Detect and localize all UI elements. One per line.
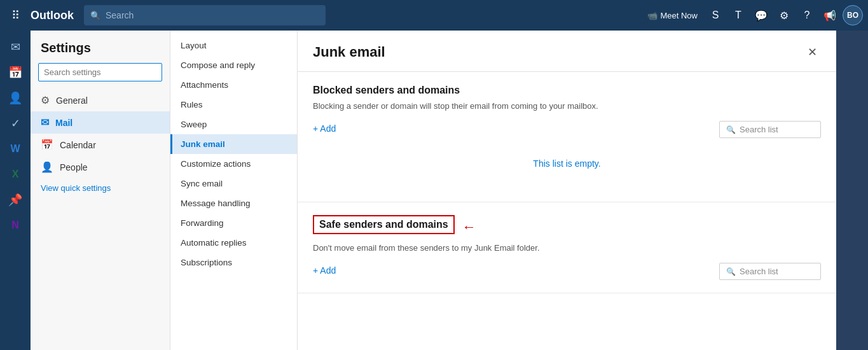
skype-button[interactable]: S — [705, 5, 726, 25]
feedback-button[interactable]: 📢 — [820, 5, 840, 25]
safe-senders-section: Safe senders and domains ← Don't move em… — [298, 202, 836, 293]
safe-senders-title: Safe senders and domains — [313, 215, 455, 234]
blocked-senders-section: Blocked senders and domains Blocking a s… — [298, 72, 836, 202]
junk-email-modal: Junk email ✕ Blocked senders and domains… — [298, 31, 836, 350]
search-bar[interactable]: 🔍 — [84, 5, 326, 25]
settings-panel: Settings ⚙ General ✉ Mail 📅 Calendar 👤 P… — [31, 31, 170, 350]
help-button[interactable]: ? — [797, 5, 817, 25]
view-quick-settings-link[interactable]: View quick settings — [31, 178, 170, 198]
rail-pin-icon[interactable]: 📌 — [4, 188, 27, 211]
junk-modal-header: Junk email ✕ — [298, 31, 836, 72]
rail-word-icon[interactable]: W — [4, 137, 27, 160]
meet-now-button[interactable]: 📹 Meet Now — [642, 8, 703, 23]
subnav-message-handling[interactable]: Message handling — [170, 193, 297, 213]
settings-button[interactable]: ⚙ — [774, 5, 794, 25]
settings-nav-calendar[interactable]: 📅 Calendar — [31, 134, 170, 156]
safe-senders-actions: + Add 🔍 — [313, 263, 821, 280]
main-layout: ✉ 📅 👤 ✓ W X 📌 N Settings ⚙ General ✉ Mai… — [0, 31, 868, 350]
safe-senders-top-row: Safe senders and domains ← — [313, 215, 821, 239]
rail-check-icon[interactable]: ✓ — [4, 112, 27, 135]
safe-senders-title-row: Safe senders and domains ← — [313, 215, 476, 239]
calendar-icon: 📅 — [41, 139, 53, 151]
safe-search-list-box[interactable]: 🔍 — [719, 263, 821, 280]
rail-onenote-icon[interactable]: N — [4, 214, 27, 237]
blocked-senders-desc: Blocking a sender or domain will stop th… — [313, 101, 821, 111]
icon-rail: ✉ 📅 👤 ✓ W X 📌 N — [0, 31, 31, 350]
settings-nav-calendar-label: Calendar — [60, 140, 96, 150]
settings-nav-general-label: General — [56, 95, 88, 106]
subnav-compose[interactable]: Compose and reply — [170, 55, 297, 75]
mail-subnav: Layout Compose and reply Attachments Rul… — [170, 31, 298, 350]
junk-modal-close-button[interactable]: ✕ — [803, 43, 821, 61]
blocked-search-icon: 🔍 — [726, 125, 736, 134]
teams-button[interactable]: T — [728, 5, 748, 25]
rail-excel-icon[interactable]: X — [4, 163, 27, 186]
subnav-junk[interactable]: Junk email — [170, 134, 297, 154]
blocked-senders-title: Blocked senders and domains — [313, 85, 821, 96]
blocked-empty-message: This list is empty. — [313, 138, 821, 189]
rail-people-icon[interactable]: 👤 — [4, 87, 27, 109]
junk-modal-title: Junk email — [313, 44, 385, 60]
mail-icon: ✉ — [41, 116, 49, 129]
safe-add-button[interactable]: + Add — [313, 263, 336, 278]
subnav-customize[interactable]: Customize actions — [170, 154, 297, 174]
blocked-search-input[interactable] — [740, 125, 809, 134]
blocked-senders-actions: + Add 🔍 — [313, 121, 821, 138]
subnav-attachments[interactable]: Attachments — [170, 75, 297, 95]
safe-search-input[interactable] — [740, 267, 809, 276]
topbar: ⠿ Outlook 🔍 📹 Meet Now S T 💬 ⚙ ? 📢 BO — [0, 0, 868, 31]
settings-title: Settings — [31, 41, 170, 63]
chat-button[interactable]: 💬 — [751, 5, 771, 25]
rail-mail-icon[interactable]: ✉ — [4, 36, 27, 59]
subnav-sync[interactable]: Sync email — [170, 174, 297, 193]
avatar[interactable]: BO — [843, 5, 863, 25]
subnav-forwarding[interactable]: Forwarding — [170, 213, 297, 233]
rail-calendar-icon[interactable]: 📅 — [4, 61, 27, 84]
search-input[interactable] — [106, 10, 319, 20]
general-icon: ⚙ — [41, 94, 50, 106]
settings-nav-mail-label: Mail — [55, 118, 72, 128]
meet-now-label: Meet Now — [660, 11, 698, 20]
blocked-search-list-box[interactable]: 🔍 — [719, 121, 821, 138]
subnav-rules[interactable]: Rules — [170, 95, 297, 115]
safe-senders-desc: Don't move email from these senders to m… — [313, 243, 821, 253]
subnav-subscriptions[interactable]: Subscriptions — [170, 253, 297, 272]
safe-search-icon: 🔍 — [726, 267, 736, 276]
settings-nav-people-label: People — [60, 162, 88, 172]
blocked-add-button[interactable]: + Add — [313, 121, 336, 136]
content-area: Junk email ✕ Blocked senders and domains… — [298, 31, 836, 350]
subnav-layout[interactable]: Layout — [170, 36, 297, 55]
settings-search-input[interactable] — [38, 63, 162, 81]
right-panel — [836, 31, 868, 350]
settings-nav-general[interactable]: ⚙ General — [31, 89, 170, 111]
video-icon: 📹 — [647, 11, 658, 20]
settings-nav-people[interactable]: 👤 People — [31, 156, 170, 178]
safe-senders-arrow-icon: ← — [462, 219, 476, 235]
subnav-auto-replies[interactable]: Automatic replies — [170, 233, 297, 253]
settings-nav-mail[interactable]: ✉ Mail — [31, 111, 170, 134]
topbar-actions: 📹 Meet Now S T 💬 ⚙ ? 📢 BO — [642, 5, 863, 25]
people-icon: 👤 — [41, 161, 53, 173]
waffle-menu-button[interactable]: ⠿ — [5, 5, 25, 25]
subnav-sweep[interactable]: Sweep — [170, 115, 297, 134]
junk-modal-body: Blocked senders and domains Blocking a s… — [298, 72, 836, 350]
search-icon: 🔍 — [90, 11, 100, 20]
app-logo: Outlook — [31, 9, 74, 22]
